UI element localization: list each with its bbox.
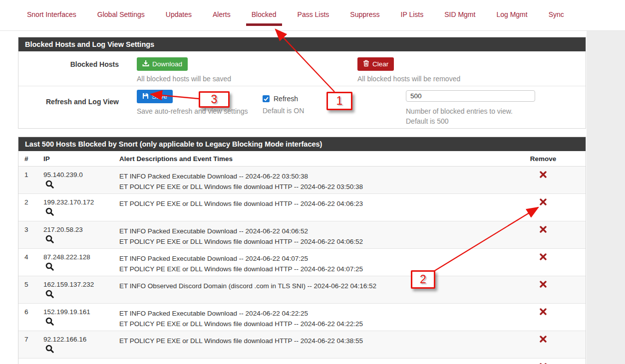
settings-panel: Blocked Hosts and Log View Settings Bloc… — [18, 37, 586, 129]
col-header-ip: IP — [43, 151, 119, 166]
annotation-box-1: 1 — [326, 92, 352, 110]
tab[interactable]: Updates — [166, 10, 192, 31]
row-ip: 162.159.137.232 — [43, 281, 119, 288]
remove-x-icon[interactable] — [540, 281, 547, 289]
table-row: 5 162.159.137.232 ET INFO Observed Disco… — [18, 276, 586, 304]
save-button[interactable]: Save — [137, 90, 173, 103]
tab[interactable]: Suppress — [350, 10, 379, 31]
blocked-hosts-label: Blocked Hosts — [18, 51, 119, 86]
blocked-hosts-row: Blocked Hosts Download All blocked hosts… — [18, 51, 586, 86]
tab[interactable]: Snort Interfaces — [27, 10, 76, 31]
clear-help: All blocked hosts will be removed — [357, 75, 586, 83]
refresh-log-view-label: Refresh and Log View — [18, 86, 119, 128]
table-body: 1 95.140.239.0 ET INFO Packed Executable… — [18, 167, 586, 364]
blocked-table-panel: Last 500 Hosts Blocked by Snort (only ap… — [18, 137, 586, 364]
annotation-box-3: 3 — [199, 91, 230, 108]
row-alerts: ET INFO Observed Discord Domain (discord… — [119, 276, 506, 303]
table-row: 4 87.248.222.128 ET INFO Packed Executab… — [18, 249, 586, 276]
blocked-table-title: Last 500 Hosts Blocked by Snort (only ap… — [18, 137, 586, 151]
clear-button[interactable]: Clear — [357, 57, 394, 71]
table-row: 2 199.232.170.172 ET POLICY PE EXE or DL… — [18, 194, 586, 221]
row-alerts: ET INFO Packed Executable Download -- 20… — [119, 167, 506, 193]
search-icon[interactable] — [45, 262, 54, 272]
refresh-checkbox-label: Refresh — [274, 95, 298, 103]
row-ip: 217.20.58.23 — [43, 226, 119, 233]
col-header-desc: Alert Descriptions and Event Times — [119, 151, 506, 166]
row-ip: 92.122.166.16 — [43, 336, 119, 343]
row-number: 7 — [24, 331, 43, 358]
row-number: 6 — [24, 304, 43, 331]
row-alerts: ET POLICY PE EXE or DLL Windows file dow… — [119, 359, 506, 364]
table-row: 3 217.20.58.23 ET INFO Packed Executable… — [18, 221, 586, 249]
row-number: 2 — [24, 194, 43, 221]
search-icon[interactable] — [45, 290, 54, 300]
row-alerts: ET POLICY PE EXE or DLL Windows file dow… — [119, 331, 506, 358]
remove-x-icon[interactable] — [540, 171, 547, 180]
page-gutter — [587, 31, 625, 364]
row-number: 4 — [24, 249, 43, 276]
tab[interactable]: SID Mgmt — [444, 10, 475, 31]
table-row: ET POLICY PE EXE or DLL Windows file dow… — [18, 359, 586, 364]
tab[interactable]: Blocked — [252, 10, 277, 31]
row-alerts: ET INFO Packed Executable Download -- 20… — [119, 221, 506, 248]
search-icon[interactable] — [45, 317, 54, 327]
download-button[interactable]: Download — [137, 57, 188, 71]
row-alerts: ET INFO Packed Executable Download -- 20… — [119, 304, 506, 331]
download-icon — [142, 60, 149, 68]
refresh-checkbox[interactable] — [263, 95, 270, 102]
search-icon[interactable] — [45, 345, 54, 355]
row-ip: 95.140.239.0 — [43, 171, 119, 179]
row-alerts: ET POLICY PE EXE or DLL Windows file dow… — [119, 194, 506, 221]
download-help: All blocked hosts will be saved — [137, 75, 357, 83]
tab[interactable]: Pass Lists — [298, 10, 329, 31]
search-icon[interactable] — [45, 180, 54, 190]
entries-help: Number of blocked entries to view. Defau… — [406, 106, 586, 126]
save-help: Save auto-refresh and view settings — [137, 107, 263, 115]
tab[interactable]: Log Mgmt — [496, 10, 527, 31]
row-ip: 199.232.170.172 — [43, 198, 119, 206]
search-icon[interactable] — [45, 207, 54, 217]
tab-bar: Snort Interfaces Global Settings Updates… — [0, 0, 625, 31]
search-icon[interactable] — [45, 235, 54, 245]
table-header-row: # IP Alert Descriptions and Event Times … — [18, 151, 586, 167]
settings-panel-title: Blocked Hosts and Log View Settings — [18, 37, 586, 51]
row-ip: 87.248.222.128 — [43, 253, 119, 261]
row-ip: 152.199.19.161 — [43, 308, 119, 316]
row-number: 5 — [24, 276, 43, 303]
tab[interactable]: IP Lists — [401, 10, 424, 31]
row-number: 1 — [24, 167, 43, 193]
col-header-num: # — [24, 151, 43, 166]
table-row: 6 152.199.19.161 ET INFO Packed Executab… — [18, 304, 586, 331]
row-alerts: ET INFO Packed Executable Download -- 20… — [119, 249, 506, 276]
remove-x-icon[interactable] — [540, 308, 547, 317]
row-number: 3 — [24, 221, 43, 248]
active-tab-underline — [246, 23, 282, 26]
tab[interactable]: Alerts — [213, 10, 231, 31]
table-row: 7 92.122.166.16 ET POLICY PE EXE or DLL … — [18, 331, 586, 359]
remove-x-icon[interactable] — [540, 336, 547, 344]
trash-icon — [363, 60, 369, 68]
annotation-box-2: 2 — [411, 270, 435, 289]
refresh-log-view-row: Refresh and Log View Save Save auto-refr… — [18, 86, 586, 128]
snort-blocked-page: Snort Interfaces Global Settings Updates… — [0, 0, 625, 364]
tab[interactable]: Global Settings — [97, 10, 145, 31]
remove-x-icon[interactable] — [540, 198, 547, 207]
entries-input[interactable] — [406, 90, 535, 102]
remove-x-icon[interactable] — [540, 226, 547, 234]
col-header-remove: Remove — [506, 151, 581, 166]
save-icon — [142, 93, 149, 101]
remove-x-icon[interactable] — [540, 253, 547, 262]
tab[interactable]: Sync — [549, 10, 564, 31]
table-row: 1 95.140.239.0 ET INFO Packed Executable… — [18, 167, 586, 194]
row-number — [24, 359, 43, 364]
